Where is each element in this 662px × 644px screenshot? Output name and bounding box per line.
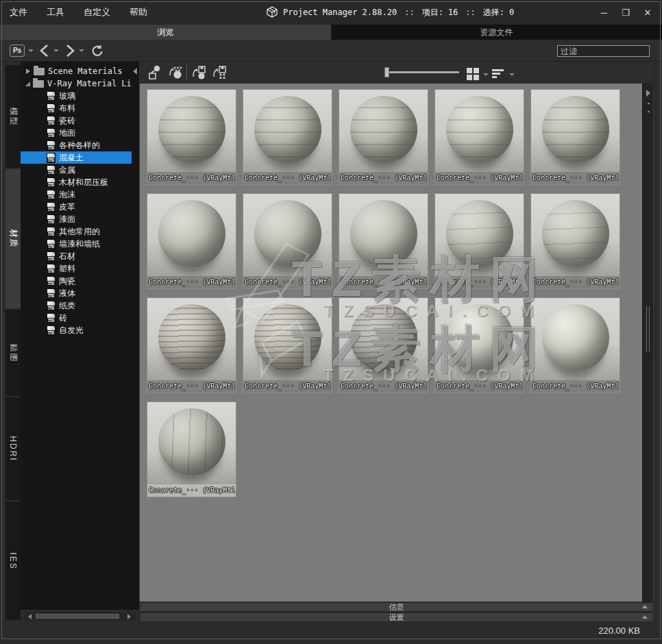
tree-item-metal[interactable]: MAT金属 (21, 164, 132, 176)
tab-browse[interactable]: 浏览 (0, 25, 331, 40)
material-thumbnail[interactable]: Concrete_··· (VRayMtl) (339, 297, 428, 393)
material-thumbnail[interactable]: Concrete_··· (VRayMtl) (243, 297, 332, 393)
mat-file-icon: MAT (47, 103, 56, 114)
mat-file-icon: MAT (47, 251, 56, 262)
menu-file[interactable]: 文件 (0, 6, 37, 18)
tree-item-paint[interactable]: MAT漆面 (21, 213, 132, 225)
tree-item-liquid[interactable]: MAT液体 (21, 287, 132, 299)
material-name: Concrete_··· (VRayMtl) (339, 380, 428, 393)
material-thumbnail[interactable]: Concrete_··· (VRayMtl) (147, 89, 236, 185)
tree-item-wood-laminate[interactable]: MAT木材和层压板 (21, 176, 132, 188)
scroll-left-icon[interactable] (28, 614, 32, 619)
thumbnail-size-slider-thumb[interactable] (384, 67, 389, 77)
tree-item-misc[interactable]: MAT各种各样的 (21, 139, 132, 151)
material-thumbnail[interactable]: Concrete_··· (VRayMtl) (147, 297, 236, 393)
forward-button[interactable] (63, 44, 77, 58)
thumbnail-size-slider[interactable] (387, 71, 459, 73)
material-thumbnail[interactable]: Concrete_··· (VRayMtl) (530, 297, 620, 393)
material-thumbnail[interactable]: Concrete_··· (VRayMtl) (147, 401, 236, 497)
material-thumbnail[interactable]: Concrete_··· (VRayMtl) (530, 89, 620, 185)
material-thumbnail[interactable]: Concrete_··· (VRayMtl) (530, 193, 620, 289)
expand-panel-icon[interactable] (642, 615, 648, 619)
forward-history-caret-icon[interactable] (79, 49, 84, 52)
material-thumbnail[interactable]: Concrete_··· (VRayMtl) (339, 89, 428, 185)
menu-customize[interactable]: 自定义 (74, 6, 120, 18)
material-thumbnail[interactable]: Concrete_··· (VRayMtl) (339, 193, 428, 289)
tree-item-brick[interactable]: MAT砖 (21, 312, 132, 324)
menu-help[interactable]: 帮助 (120, 6, 157, 18)
app-title-text: Project Manager 2.88.20 (283, 8, 397, 17)
refresh-button[interactable] (90, 44, 104, 58)
close-button[interactable]: ✕ (640, 5, 655, 20)
mat-file-icon: MAT (47, 116, 56, 126)
save-all-materials-button[interactable] (211, 64, 228, 81)
tree-item-self-illumination[interactable]: MAT自发光 (21, 324, 132, 336)
tree-item-ceramic[interactable]: MAT陶瓷 (21, 275, 132, 287)
side-tab-ies[interactable]: IES (5, 501, 21, 620)
title-separator: :: (404, 8, 414, 17)
project-count-value: 16 (448, 8, 458, 17)
tree-item-plastic[interactable]: MAT塑料 (21, 262, 132, 275)
filter-input[interactable] (557, 45, 650, 57)
minimize-button[interactable]: ─ (596, 5, 611, 20)
assign-material-to-selection-button[interactable] (146, 64, 162, 81)
tree-root-scene-materials[interactable]: Scene Materials (21, 65, 132, 77)
tree-item-ground[interactable]: MAT地面 (21, 127, 132, 139)
tree-item-wallpaint-wallpaper[interactable]: MAT墙漆和墙纸 (21, 238, 132, 250)
scrollbar-thumb[interactable] (36, 614, 119, 619)
tree-item-foam[interactable]: MAT泡沫 (21, 188, 132, 201)
mat-file-icon: MAT (47, 165, 56, 175)
expand-expanded-icon[interactable] (25, 82, 30, 86)
right-panel-splitter[interactable] (642, 84, 654, 622)
settings-panel-header[interactable]: 设置 (140, 612, 653, 622)
back-button[interactable] (38, 44, 51, 58)
tree-root-label: Scene Materials (48, 66, 122, 76)
get-material-from-selection-button[interactable] (167, 64, 184, 81)
side-tab-hdri[interactable]: HDRI (5, 397, 21, 500)
expand-right-panel-icon[interactable] (646, 90, 650, 97)
material-thumbnail[interactable]: Concrete_··· (VRayMtl) (243, 89, 332, 185)
material-sphere-preview (350, 304, 417, 371)
material-thumbnail[interactable]: Concrete_··· (VRayMtl) (434, 89, 524, 185)
sort-caret-icon[interactable] (509, 73, 515, 76)
expand-panel-icon[interactable] (642, 605, 648, 608)
tree-item-leather[interactable]: MAT皮革 (21, 201, 132, 213)
sort-button[interactable] (492, 69, 504, 79)
scroll-right-icon[interactable] (127, 614, 131, 619)
tree-panel-collapse-icon[interactable] (133, 68, 137, 75)
tree-item-other-common[interactable]: MAT其他常用的 (21, 225, 132, 238)
photoshop-button[interactable]: Ps (10, 45, 25, 57)
tree-item-label: 布料 (59, 103, 75, 114)
tree-horizontal-scrollbar[interactable] (24, 612, 135, 621)
tree-item-paper[interactable]: MAT纸类 (21, 299, 132, 312)
side-tab-hdri-label: HDRI (8, 436, 18, 461)
back-history-caret-icon[interactable] (53, 49, 59, 52)
grid-view-button[interactable] (467, 68, 479, 80)
mat-file-icon: MAT (47, 325, 56, 336)
material-sphere-preview (254, 96, 321, 163)
material-thumbnail[interactable]: Concrete_··· (VRayMtl) (147, 193, 236, 289)
grid-view-caret-icon[interactable] (483, 73, 489, 76)
tree-item-ceramic-tile[interactable]: MAT瓷砖 (21, 114, 132, 127)
tree-item-label: 墙漆和墙纸 (59, 238, 100, 250)
photoshop-dropdown-caret-icon[interactable] (28, 49, 34, 52)
material-sphere-preview (446, 304, 513, 371)
tab-resource-files[interactable]: 资源文件 (331, 25, 662, 40)
tree-item-fabric[interactable]: MAT布料 (21, 102, 132, 114)
splitter-grip-icon[interactable] (646, 306, 650, 351)
tree-root-vray-library[interactable]: V-Ray Material Libra (21, 77, 132, 90)
save-material-to-library-button[interactable] (191, 64, 207, 81)
tree-item-concrete-selected[interactable]: MAT混凝土 (21, 151, 132, 164)
info-panel-header[interactable]: 信息 (140, 602, 653, 612)
material-thumbnail[interactable]: Concrete_··· (VRayMtl) (243, 193, 332, 289)
side-tab-maps[interactable]: 贴图 (5, 310, 21, 396)
tree-item-glass[interactable]: MAT玻璃 (21, 90, 132, 102)
material-thumbnail[interactable]: Concrete_··· (VRayMtl) (434, 297, 524, 393)
menu-tools[interactable]: 工具 (37, 6, 74, 18)
side-tab-materials[interactable]: 材质 (5, 169, 21, 308)
maximize-button[interactable]: ❒ (618, 5, 633, 20)
side-tab-models[interactable]: 模型 (5, 65, 21, 168)
expand-collapsed-icon[interactable] (26, 69, 30, 74)
material-thumbnail[interactable]: Concrete_··· (VRayMtl) (434, 193, 524, 289)
tree-item-stone[interactable]: MAT石材 (21, 250, 132, 262)
